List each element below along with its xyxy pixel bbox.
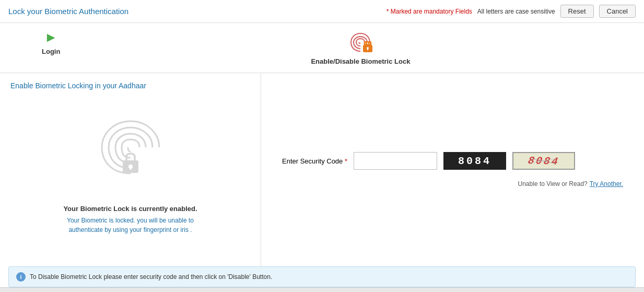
tab-biometric-label: Enable/Disable Biometric Lock [311, 57, 410, 65]
main-content: ► Login [0, 23, 644, 287]
header-controls: * Marked are mandatory Fields All letter… [387, 5, 636, 18]
try-another-row: Unable to View or Read? Try Another. [282, 180, 623, 188]
biometric-tab-icon [347, 29, 373, 55]
try-another-label: Unable to View or Read? [518, 180, 588, 188]
svg-rect-8 [130, 167, 131, 170]
content-area: Enable Biometric Locking in your Aadhaar [0, 73, 644, 266]
info-bar: i To Disable Biometric Lock please enter… [8, 266, 636, 287]
security-code-label: Enter Security Code * [282, 157, 347, 165]
tab-login[interactable]: ► Login [21, 23, 81, 73]
page-title: Lock your Biometric Authentication [8, 7, 128, 16]
left-panel-title: Enable Biometric Locking in your Aadhaar [10, 81, 250, 90]
header: Lock your Biometric Authentication * Mar… [0, 0, 644, 23]
right-panel: Enter Security Code * 8084 8084 [261, 73, 644, 266]
tabs-bar: ► Login [0, 23, 644, 73]
svg-rect-3 [365, 42, 371, 45]
cursor-icon: ► [44, 29, 58, 45]
case-sensitive-note: All letters are case sensitive [477, 8, 555, 15]
left-panel: Enable Biometric Locking in your Aadhaar [0, 73, 261, 266]
try-another-link[interactable]: Try Another. [590, 180, 623, 188]
required-marker: * [345, 157, 347, 165]
info-message: To Disable Biometric Lock please enter s… [30, 273, 272, 281]
tab-login-label: Login [42, 48, 60, 55]
tab-biometric[interactable]: Enable/Disable Biometric Lock [290, 23, 431, 73]
fingerprint-illustration [10, 111, 250, 184]
security-code-input[interactable] [354, 152, 437, 170]
svg-rect-5 [367, 48, 368, 50]
cancel-button[interactable]: Cancel [599, 5, 636, 18]
reset-button[interactable]: Reset [560, 5, 594, 18]
lock-status-desc-line2: authenticate by using your fingerprint o… [10, 225, 250, 235]
captcha-image: 8084 [443, 152, 506, 170]
security-code-row: Enter Security Code * 8084 8084 [282, 152, 623, 170]
mandatory-note: * Marked are mandatory Fields [387, 8, 472, 15]
captcha-distorted-image: 8084 [512, 152, 575, 170]
lock-status: Your Biometric Lock is currently enabled… [10, 205, 250, 235]
lock-status-title: Your Biometric Lock is currently enabled… [10, 205, 250, 213]
lock-status-desc-line1: Your Biometric is locked. you will be un… [10, 216, 250, 225]
footer: Unlock Disable [0, 287, 644, 292]
info-icon: i [16, 272, 26, 282]
